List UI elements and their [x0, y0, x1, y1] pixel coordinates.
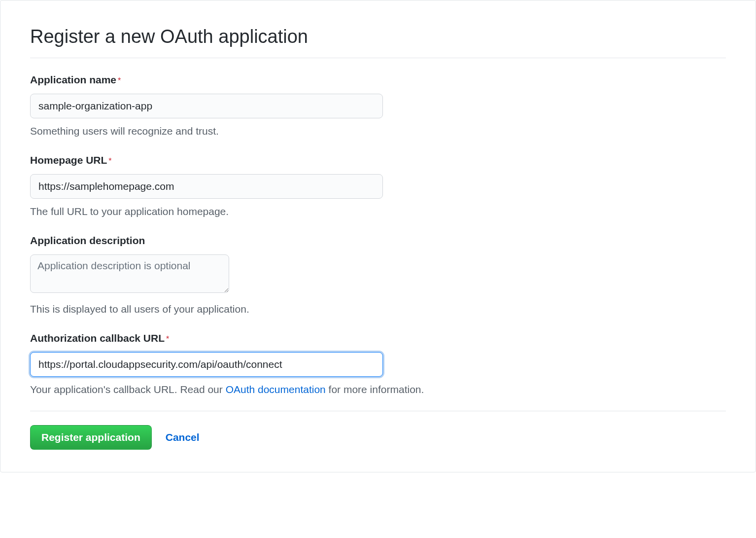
app-description-help: This is displayed to all users of your a…: [30, 301, 726, 317]
homepage-url-help: The full URL to your application homepag…: [30, 204, 726, 219]
required-marker: *: [166, 335, 169, 343]
callback-help-suffix: for more information.: [326, 384, 424, 395]
actions-row: Register application Cancel: [30, 425, 726, 450]
form-group-callback-url: Authorization callback URL* Your applica…: [30, 330, 726, 397]
form-container: Register a new OAuth application Applica…: [0, 0, 756, 472]
app-description-textarea[interactable]: [30, 254, 229, 293]
app-name-input[interactable]: [30, 94, 383, 118]
homepage-url-label: Homepage URL: [30, 154, 107, 166]
callback-url-label: Authorization callback URL: [30, 332, 165, 344]
form-group-homepage-url: Homepage URL* The full URL to your appli…: [30, 152, 726, 219]
divider-top: [30, 58, 726, 58]
app-description-label: Application description: [30, 235, 145, 246]
app-name-help: Something users will recognize and trust…: [30, 123, 726, 139]
homepage-url-input[interactable]: [30, 174, 383, 199]
oauth-documentation-link[interactable]: OAuth documentation: [226, 384, 326, 395]
required-marker: *: [118, 76, 121, 85]
callback-help-prefix: Your application's callback URL. Read ou…: [30, 384, 226, 395]
app-name-label: Application name: [30, 74, 116, 85]
required-marker: *: [108, 157, 111, 165]
callback-url-input[interactable]: [30, 352, 383, 377]
divider-bottom: [30, 411, 726, 411]
page-title: Register a new OAuth application: [30, 23, 726, 51]
form-group-app-description: Application description This is displaye…: [30, 233, 726, 317]
register-application-button[interactable]: Register application: [30, 425, 152, 450]
callback-url-help: Your application's callback URL. Read ou…: [30, 382, 726, 397]
cancel-link[interactable]: Cancel: [166, 430, 200, 445]
form-group-app-name: Application name* Something users will r…: [30, 72, 726, 139]
